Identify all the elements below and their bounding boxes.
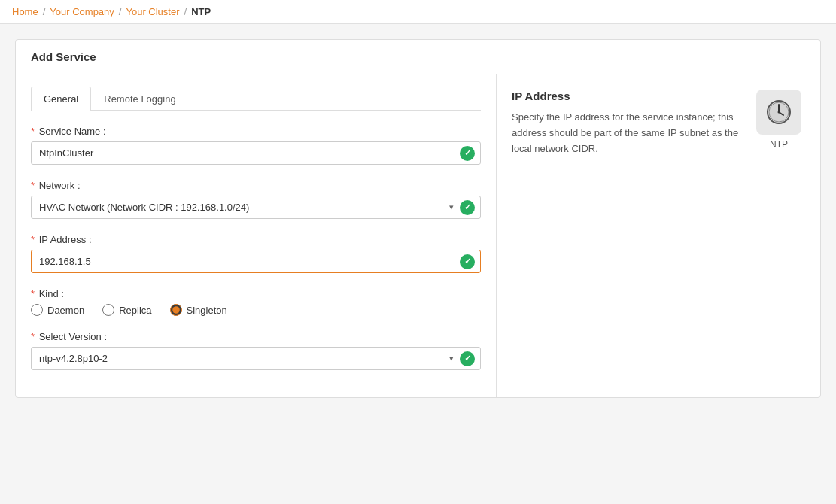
info-text-area: IP Address Specify the IP address for th… (512, 90, 740, 382)
info-panel: IP Address Specify the IP address for th… (497, 74, 820, 397)
select-version-wrapper: ntp-v4.2.8p10-2 ▾ ✓ (31, 347, 481, 370)
kind-radio-group: Daemon Replica Singleton (31, 304, 481, 316)
svg-point-4 (778, 111, 780, 114)
breadcrumb-separator-3: / (184, 6, 187, 17)
network-select[interactable]: HVAC Network (Network CIDR : 192.168.1.0… (31, 196, 481, 219)
network-required-marker: * (31, 180, 35, 191)
network-group: * Network : HVAC Network (Network CIDR :… (31, 180, 481, 219)
service-name-input[interactable] (31, 141, 481, 165)
clock-icon (765, 99, 792, 126)
service-name-input-wrapper: ✓ (31, 141, 481, 165)
service-name-group: * Service Name : ✓ (31, 126, 481, 165)
breadcrumb: Home / Your Company / Your Cluster / NTP (0, 0, 836, 24)
info-description: Specify the IP address for the service i… (512, 110, 740, 156)
ntp-icon-container (756, 90, 801, 135)
ip-address-group: * IP Address : ✓ (31, 234, 481, 273)
breadcrumb-separator-1: / (43, 6, 46, 17)
breadcrumb-cluster[interactable]: Your Cluster (126, 6, 179, 17)
network-label: * Network : (31, 180, 481, 191)
service-icon-box: NTP (752, 90, 805, 382)
ip-address-input[interactable] (31, 250, 481, 273)
kind-singleton-radio[interactable] (170, 304, 182, 316)
kind-replica-label[interactable]: Replica (102, 304, 151, 316)
add-service-card: Add Service General Remote Logging * Ser… (15, 39, 821, 398)
breadcrumb-separator-2: / (119, 6, 122, 17)
card-body: General Remote Logging * Service Name : … (16, 74, 820, 397)
info-title: IP Address (512, 90, 740, 102)
form-panel: General Remote Logging * Service Name : … (16, 74, 497, 397)
tab-remote-logging[interactable]: Remote Logging (91, 87, 188, 111)
service-name-label: * Service Name : (31, 126, 481, 137)
tabs-container: General Remote Logging (31, 87, 481, 111)
breadcrumb-company[interactable]: Your Company (50, 6, 114, 17)
kind-required-marker: * (31, 288, 35, 299)
network-select-wrapper: HVAC Network (Network CIDR : 192.168.1.0… (31, 196, 481, 219)
service-name-valid-icon: ✓ (460, 146, 475, 161)
card-header: Add Service (16, 40, 820, 74)
kind-daemon-radio[interactable] (31, 304, 43, 316)
card-title: Add Service (31, 50, 96, 63)
kind-group: * Kind : Daemon Replica (31, 288, 481, 316)
kind-replica-text: Replica (119, 305, 151, 316)
select-version-group: * Select Version : ntp-v4.2.8p10-2 ▾ ✓ (31, 331, 481, 370)
kind-label: * Kind : (31, 288, 481, 299)
select-version-label: * Select Version : (31, 331, 481, 342)
service-icon-label: NTP (770, 139, 788, 150)
tab-general[interactable]: General (31, 87, 91, 111)
breadcrumb-home[interactable]: Home (12, 6, 38, 17)
select-version-select[interactable]: ntp-v4.2.8p10-2 (31, 347, 481, 370)
kind-replica-radio[interactable] (102, 304, 114, 316)
ip-address-valid-icon: ✓ (460, 254, 475, 269)
main-content: Add Service General Remote Logging * Ser… (0, 24, 836, 413)
select-version-required-marker: * (31, 331, 35, 342)
kind-daemon-label[interactable]: Daemon (31, 304, 84, 316)
breadcrumb-current: NTP (191, 6, 211, 17)
select-version-valid-icon: ✓ (460, 351, 475, 366)
service-name-required-marker: * (31, 126, 35, 137)
kind-daemon-text: Daemon (47, 305, 84, 316)
network-valid-icon: ✓ (460, 200, 475, 215)
ip-address-input-wrapper: ✓ (31, 250, 481, 273)
kind-singleton-text: Singleton (187, 305, 227, 316)
ip-address-required-marker: * (31, 234, 35, 245)
kind-singleton-label[interactable]: Singleton (170, 304, 227, 316)
ip-address-label: * IP Address : (31, 234, 481, 245)
